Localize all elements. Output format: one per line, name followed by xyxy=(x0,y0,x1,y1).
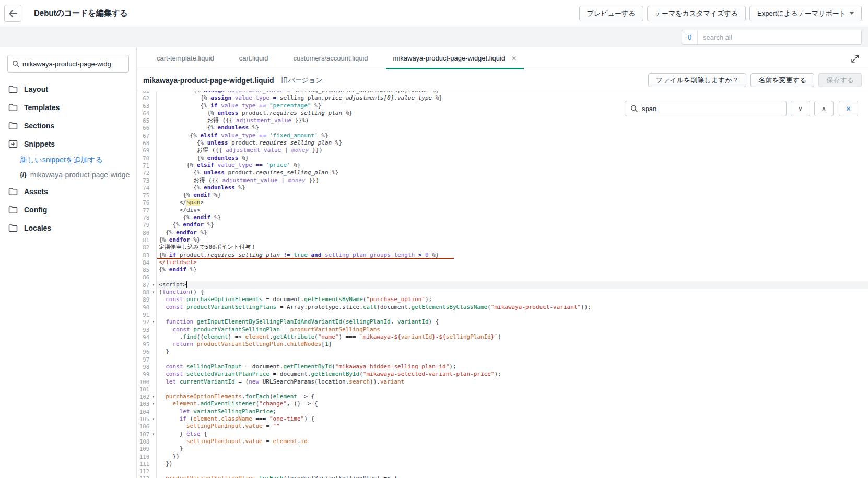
code-line[interactable]: 74 {% endunless %} xyxy=(137,184,868,192)
sidebar-item-templates[interactable]: Templates xyxy=(0,98,136,116)
code-line[interactable]: 65 お得 ({{ adjustment_value }}%) xyxy=(137,117,868,124)
sidebar-file-item[interactable]: {/}mikawaya-product-page-widge xyxy=(0,168,136,182)
save-button[interactable]: 保存する xyxy=(818,73,862,87)
fold-gutter xyxy=(150,252,157,259)
code-line[interactable]: 109 } xyxy=(137,445,868,452)
line-number: 83 xyxy=(137,252,150,259)
sidebar-item-assets[interactable]: Assets xyxy=(0,182,136,200)
code-line[interactable]: 89 const purchaseOptionElements = docume… xyxy=(137,296,868,303)
delete-file-button[interactable]: ファイルを削除しますか？ xyxy=(648,73,747,87)
fold-toggle-icon[interactable]: ▾ xyxy=(150,400,157,408)
code-line[interactable]: 70 {% endunless %} xyxy=(137,154,868,162)
code-line[interactable]: 68 {% unless product.requires_selling_pl… xyxy=(137,139,868,147)
code-line[interactable]: 78 {% endif %} xyxy=(137,214,868,221)
code-line[interactable]: 73 お得 ({{ adjustment_value | money }}) xyxy=(137,177,868,184)
editor-find-input[interactable] xyxy=(642,105,781,113)
code-line[interactable]: 84</fieldset> xyxy=(137,259,868,266)
code-line[interactable]: 81{% endfor %} xyxy=(137,236,868,244)
fold-toggle-icon[interactable]: ▾ xyxy=(150,281,157,289)
code-line[interactable]: 85{% endif %} xyxy=(137,266,868,273)
code-line[interactable]: 102▾ purchaseOptionElements.forEach(elem… xyxy=(137,393,868,400)
fold-toggle-icon[interactable]: ▾ xyxy=(150,431,157,438)
customize-theme-button[interactable]: テーマをカスタマイズする xyxy=(647,6,746,21)
find-previous-button[interactable]: ∧ xyxy=(814,101,834,116)
code-line[interactable]: 111 }) xyxy=(137,460,868,468)
code-line[interactable]: 100 let currentVariantId = (new URLSearc… xyxy=(137,378,868,386)
code-line[interactable]: 94 .find((element) => element.getAttribu… xyxy=(137,333,868,341)
code-line[interactable]: 75 {% endif %} xyxy=(137,192,868,199)
code-line[interactable]: 67 {% elsif value_type == 'fixed_amount'… xyxy=(137,132,868,139)
back-button[interactable] xyxy=(4,5,21,22)
preview-button[interactable]: プレビューする xyxy=(579,6,643,21)
code-line[interactable]: 69 お得 ({{ adjustment_value | money }}) xyxy=(137,147,868,154)
fold-gutter xyxy=(150,341,157,348)
code-scroll-area[interactable]: 61 {% assign adjustment_value = selling_… xyxy=(137,91,868,478)
code-line[interactable]: 93 const productVariantSellingPlan = pro… xyxy=(137,326,868,333)
code-line[interactable]: 95 return productVariantSellingPlan.chil… xyxy=(137,341,868,348)
tab-mikawaya-product-page-widget-liquid[interactable]: mikawaya-product-page-widget.liquid✕ xyxy=(381,47,530,69)
add-snippet-link[interactable]: 新しいsnippetを追加する xyxy=(0,153,136,168)
fold-gutter xyxy=(150,184,157,192)
code-line[interactable]: 103▾ element.addEventListener("change", … xyxy=(137,400,868,408)
code-line[interactable]: 108 sellingPlanInput.value = element.id xyxy=(137,438,868,445)
fullscreen-toggle-button[interactable] xyxy=(849,53,861,64)
code-line[interactable]: 88▾(function() { xyxy=(137,289,868,296)
tab-customers-account-liquid[interactable]: customers/account.liquid xyxy=(280,47,380,69)
sidebar-search-input[interactable] xyxy=(22,60,124,68)
code-line[interactable]: 71 {% elsif value_type == 'price' %} xyxy=(137,162,868,169)
find-next-button[interactable]: ∨ xyxy=(791,101,810,116)
code-line[interactable]: 83{% if product.requires_selling_plan !=… xyxy=(137,252,868,259)
sidebar-item-snippets[interactable]: Snippets xyxy=(0,135,136,153)
code-line[interactable]: 110 }) xyxy=(137,453,868,460)
tab-cart-template-liquid[interactable]: cart-template.liquid xyxy=(144,47,227,69)
global-search-input[interactable] xyxy=(698,30,861,44)
fold-gutter xyxy=(150,386,157,393)
code-line[interactable]: 87▾<script> xyxy=(137,281,868,289)
code-line[interactable]: 76 </span> xyxy=(137,199,868,206)
code-line[interactable]: 98 const sellingPlanInput = document.get… xyxy=(137,363,868,371)
code-line[interactable]: 101 xyxy=(137,386,868,393)
fold-toggle-icon[interactable]: ▾ xyxy=(150,393,157,400)
code-line[interactable]: 86 xyxy=(137,273,868,281)
code-line[interactable]: 82定期便申し込みで500ポイント付与！ xyxy=(137,244,868,251)
code-line[interactable]: 99 const selectedVariantPlanPrice = docu… xyxy=(137,371,868,378)
code-line[interactable]: 79 {% endfor %} xyxy=(137,221,868,229)
sidebar-item-config[interactable]: Config xyxy=(0,200,136,219)
code-text: お得 ({{ adjustment_value }}%) xyxy=(157,117,868,124)
code-line[interactable]: 97 xyxy=(137,356,868,363)
code-line[interactable]: 104 let variantSellingPlanPrice; xyxy=(137,408,868,415)
expert-support-button[interactable]: Expertによるテーマサポート xyxy=(749,6,862,21)
fold-toggle-icon[interactable]: ▾ xyxy=(150,289,157,296)
rename-file-button[interactable]: 名前を変更する xyxy=(750,73,814,87)
folder-open-icon xyxy=(8,140,18,148)
line-number: 86 xyxy=(137,273,150,281)
code-line[interactable]: 113 productVariantSellingPlans.forEach((… xyxy=(137,475,868,478)
line-number: 65 xyxy=(137,117,150,124)
code-editor[interactable]: 61 {% assign adjustment_value = selling_… xyxy=(137,91,868,478)
code-line[interactable]: 96 } xyxy=(137,348,868,355)
code-line[interactable]: 66 {% endunless %} xyxy=(137,124,868,132)
sidebar-item-label: Sections xyxy=(24,122,54,130)
close-tab-icon[interactable]: ✕ xyxy=(511,55,517,62)
code-line[interactable]: 90 const productVariantSellingPlans = Ar… xyxy=(137,304,868,311)
code-line[interactable]: 106 sellingPlanInput.value = "" xyxy=(137,423,868,430)
code-line[interactable]: 112 xyxy=(137,468,868,475)
sidebar-item-layout[interactable]: Layout xyxy=(0,80,136,98)
code-line[interactable]: 80 {% endfor %} xyxy=(137,229,868,236)
close-find-button[interactable]: ✕ xyxy=(839,101,858,116)
code-line[interactable]: 105▾ if (element.className === "one-time… xyxy=(137,415,868,423)
fold-toggle-icon[interactable]: ▾ xyxy=(150,318,157,326)
fold-toggle-icon[interactable]: ▾ xyxy=(150,415,157,423)
code-line[interactable]: 77 </div> xyxy=(137,207,868,214)
code-text: {% endfor %} xyxy=(157,236,868,244)
code-line[interactable]: 72 {% unless product.requires_selling_pl… xyxy=(137,169,868,176)
sidebar-item-locales[interactable]: Locales xyxy=(0,219,136,237)
old-version-link[interactable]: 旧バージョン xyxy=(281,76,322,85)
tab-cart-liquid[interactable]: cart.liquid xyxy=(227,47,281,69)
sidebar-item-sections[interactable]: Sections xyxy=(0,116,136,135)
fold-gutter xyxy=(150,371,157,378)
close-icon: ✕ xyxy=(846,105,851,113)
code-line[interactable]: 92▾ function getInputElementBySellingPla… xyxy=(137,318,868,326)
code-line[interactable]: 107▾ } else { xyxy=(137,431,868,438)
code-line[interactable]: 91 xyxy=(137,311,868,318)
